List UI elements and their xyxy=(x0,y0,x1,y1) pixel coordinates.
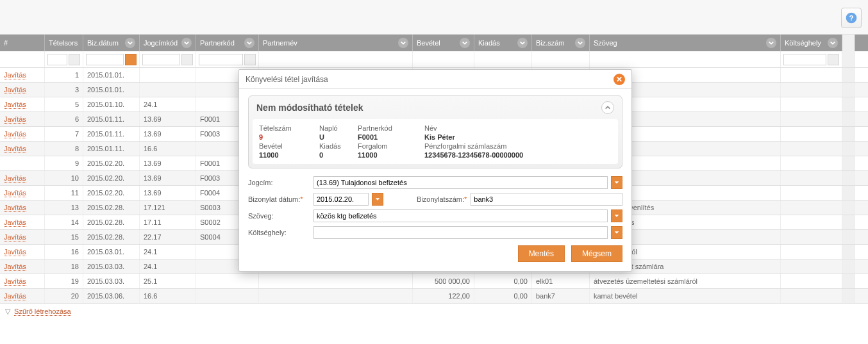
col-partnerkod[interactable]: Partnerkód xyxy=(196,35,259,51)
chevron-down-icon[interactable] xyxy=(460,38,470,48)
filter-jog[interactable] xyxy=(142,54,180,65)
edit-link[interactable]: Javítás xyxy=(4,248,26,256)
filter-num[interactable] xyxy=(47,54,67,65)
chevron-down-icon[interactable] xyxy=(244,38,255,48)
grid-filter-row xyxy=(0,51,868,68)
cell-num: 7 xyxy=(45,127,83,141)
chevron-down-icon[interactable] xyxy=(517,38,528,48)
val-nev: Kis Péter xyxy=(424,133,612,141)
chevron-down-icon[interactable] xyxy=(181,38,192,48)
cell-date: 2015.03.06. xyxy=(83,289,140,303)
edit-link[interactable]: Javítás xyxy=(4,218,26,227)
cell-date: 2015.03.03. xyxy=(83,274,140,288)
grid-header: # Tételsors Biz.dátum Jogcímkód Partnerk… xyxy=(0,35,868,51)
chevron-down-icon[interactable] xyxy=(398,38,408,48)
col-edit[interactable]: # xyxy=(0,35,45,51)
cell-num: 8 xyxy=(45,142,83,156)
cell-date: 2015.02.20. xyxy=(83,171,140,185)
col-jogcimkod[interactable]: Jogcímkód xyxy=(140,35,196,51)
col-szov-label: Szöveg xyxy=(594,39,617,47)
col-partnernev[interactable]: Partnernév xyxy=(259,35,413,51)
col-koltseghely[interactable]: Költséghely xyxy=(781,35,842,51)
input-jogcim[interactable] xyxy=(313,176,608,189)
chevron-down-icon[interactable] xyxy=(125,38,135,48)
col-szoveg[interactable]: Szöveg xyxy=(590,35,781,51)
cell-num: 18 xyxy=(45,259,83,274)
cell-pk xyxy=(196,289,259,303)
lbl-naplo: Napló xyxy=(319,124,355,132)
filter-btn-jog[interactable] xyxy=(181,54,193,65)
val-szamla: 12345678-12345678-00000000 xyxy=(424,151,612,159)
col-kiadas[interactable]: Kiadás xyxy=(474,35,532,51)
input-szoveg[interactable] xyxy=(313,209,608,222)
dialog-close-button[interactable]: ✕ xyxy=(613,74,625,85)
filter-btn-num[interactable] xyxy=(69,54,80,65)
cell-date: 2015.02.28. xyxy=(83,201,140,215)
edit-link[interactable]: Javítás xyxy=(4,233,26,242)
edit-link[interactable]: Javítás xyxy=(4,71,26,79)
cell-kh xyxy=(781,156,842,170)
cell-scroll xyxy=(842,245,855,259)
cancel-button[interactable]: Mégsem xyxy=(571,245,622,262)
filter-date[interactable] xyxy=(86,54,124,65)
edit-link[interactable]: Javítás xyxy=(4,174,26,183)
cell-jog: 24.1 xyxy=(140,97,196,111)
cell-jog: 17.11 xyxy=(140,215,196,229)
col-tetelsors[interactable]: Tételsors xyxy=(45,35,83,51)
cell-jog xyxy=(140,83,196,97)
help-button[interactable]: ? xyxy=(841,8,862,28)
svg-text:?: ? xyxy=(849,13,853,22)
panel-collapse-button[interactable] xyxy=(601,101,614,114)
cell-num: 6 xyxy=(45,112,83,126)
edit-link[interactable]: Javítás xyxy=(4,115,26,124)
filter-btn-pk[interactable] xyxy=(244,54,256,65)
edit-link[interactable]: Javítás xyxy=(4,204,26,212)
save-button[interactable]: Mentés xyxy=(518,245,565,262)
cell-bev: 122,00 xyxy=(413,289,474,303)
edit-link[interactable]: Javítás xyxy=(4,101,26,109)
cell-num: 11 xyxy=(45,186,83,200)
panel-title: Nem módosítható tételek xyxy=(256,102,363,113)
input-bizszam[interactable] xyxy=(471,193,622,206)
input-bizdatum[interactable] xyxy=(313,193,369,206)
cell-biz: bank7 xyxy=(532,289,590,303)
cell-num: 19 xyxy=(45,274,83,288)
lbl-szoveg: Szöveg: xyxy=(248,212,310,220)
chevron-down-icon[interactable] xyxy=(766,38,776,48)
cell-scroll xyxy=(842,112,855,126)
edit-link[interactable]: Javítás xyxy=(4,292,26,300)
input-koltseghely[interactable] xyxy=(313,226,608,239)
chevron-up-icon xyxy=(605,104,611,111)
cell-jog: 13.69 xyxy=(140,171,196,185)
filter-pk[interactable] xyxy=(199,54,243,65)
edit-link[interactable]: Javítás xyxy=(4,277,26,286)
dialog-titlebar[interactable]: Könyvelési tétel javítása ✕ xyxy=(239,70,631,89)
filter-btn-date[interactable] xyxy=(125,54,137,65)
chevron-down-icon[interactable] xyxy=(828,38,838,48)
edit-link[interactable]: Javítás xyxy=(4,145,26,153)
val-tetelszam: 9 xyxy=(259,133,317,141)
edit-link[interactable]: Javítás xyxy=(4,86,26,94)
edit-link[interactable]: Javítás xyxy=(4,130,26,138)
chevron-down-icon[interactable] xyxy=(575,38,585,48)
filter-kh[interactable] xyxy=(783,54,826,65)
cell-pn xyxy=(259,274,413,288)
filter-btn-kh[interactable] xyxy=(828,54,839,65)
cell-jog: 13.69 xyxy=(140,127,196,141)
edit-link[interactable]: Javítás xyxy=(4,263,26,271)
cell-date: 2015.01.11. xyxy=(83,142,140,156)
col-bevetel[interactable]: Bevétel xyxy=(413,35,474,51)
lbl-jogcim: Jogcím: xyxy=(248,179,310,186)
col-bizszam[interactable]: Biz.szám xyxy=(532,35,590,51)
cell-date: 2015.02.28. xyxy=(83,230,140,244)
dropdown-szoveg[interactable] xyxy=(611,209,622,222)
datepicker-bizdatum[interactable] xyxy=(372,193,383,206)
dropdown-koltseghely[interactable] xyxy=(611,226,622,239)
dialog-title: Könyvelési tétel javítása xyxy=(246,75,328,84)
dropdown-jogcim[interactable] xyxy=(611,176,622,189)
create-filter-link[interactable]: Szűrő létrehozása xyxy=(14,307,71,316)
col-bizdatum[interactable]: Biz.dátum xyxy=(83,35,140,51)
edit-link[interactable]: Javítás xyxy=(4,189,26,197)
cell-kh xyxy=(781,289,842,303)
cell-scroll xyxy=(842,230,855,244)
